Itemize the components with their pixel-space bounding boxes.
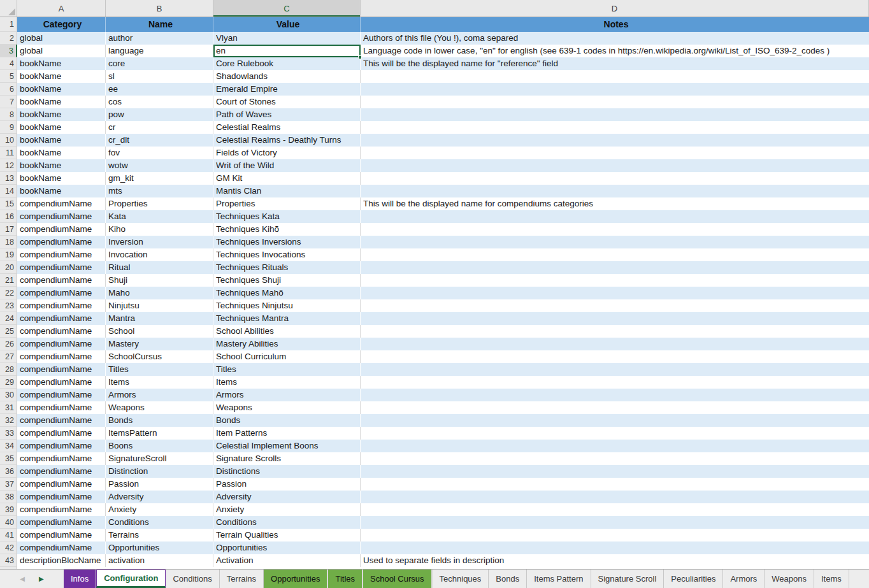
column-header-D[interactable]: D	[361, 0, 869, 17]
cell-B6[interactable]: ee	[106, 83, 213, 96]
cell-A5[interactable]: bookName	[17, 70, 106, 83]
cell-C36[interactable]: Distinctions	[213, 465, 361, 478]
row-header-22[interactable]: 22	[0, 287, 17, 299]
cell-C43[interactable]: Activation	[213, 554, 361, 567]
cell-D1[interactable]: Notes	[361, 17, 869, 32]
cell-B25[interactable]: School	[106, 325, 213, 338]
cell-A20[interactable]: compendiumName	[17, 261, 106, 274]
cell-D43[interactable]: Used to separate fields in description	[361, 554, 869, 567]
cell-B1[interactable]: Name	[106, 17, 213, 32]
cell-A7[interactable]: bookName	[17, 96, 106, 108]
cell-C15[interactable]: Properties	[213, 197, 361, 210]
cell-A28[interactable]: compendiumName	[17, 363, 106, 376]
cell-A9[interactable]: bookName	[17, 121, 106, 134]
cell-D24[interactable]	[361, 312, 869, 325]
cell-C12[interactable]: Writ of the Wild	[213, 159, 361, 172]
cell-B43[interactable]: activation	[106, 554, 213, 567]
cell-A42[interactable]: compendiumName	[17, 541, 106, 554]
row-header-4[interactable]: 4	[0, 57, 17, 70]
cell-C22[interactable]: Techniques Mahõ	[213, 287, 361, 299]
cell-C41[interactable]: Terrain Qualities	[213, 529, 361, 541]
cell-B19[interactable]: Invocation	[106, 248, 213, 261]
sheet-tab-weapons[interactable]: Weapons	[765, 570, 814, 588]
cell-A10[interactable]: bookName	[17, 134, 106, 147]
cell-D20[interactable]	[361, 261, 869, 274]
sheet-nav-right-icon[interactable]: ▶	[39, 576, 44, 582]
row-header-27[interactable]: 27	[0, 350, 17, 363]
cell-D11[interactable]	[361, 147, 869, 159]
cell-B23[interactable]: Ninjutsu	[106, 299, 213, 312]
row-header-20[interactable]: 20	[0, 261, 17, 274]
cell-A38[interactable]: compendiumName	[17, 491, 106, 503]
cell-B18[interactable]: Inversion	[106, 236, 213, 248]
cell-A35[interactable]: compendiumName	[17, 452, 106, 465]
sheet-tab-items[interactable]: Items	[814, 570, 849, 588]
cell-A6[interactable]: bookName	[17, 83, 106, 96]
cell-D17[interactable]	[361, 223, 869, 236]
cell-B27[interactable]: SchoolCursus	[106, 350, 213, 363]
cell-C4[interactable]: Core Rulebook	[213, 57, 361, 70]
cell-B21[interactable]: Shuji	[106, 274, 213, 287]
cell-C6[interactable]: Emerald Empire	[213, 83, 361, 96]
cell-C42[interactable]: Opportunities	[213, 541, 361, 554]
row-header-10[interactable]: 10	[0, 134, 17, 147]
cell-D25[interactable]	[361, 325, 869, 338]
cell-B39[interactable]: Anxiety	[106, 503, 213, 516]
cell-A41[interactable]: compendiumName	[17, 529, 106, 541]
cell-D16[interactable]	[361, 210, 869, 223]
cell-B14[interactable]: mts	[106, 185, 213, 197]
cell-B28[interactable]: Titles	[106, 363, 213, 376]
cell-D13[interactable]	[361, 172, 869, 185]
cell-A27[interactable]: compendiumName	[17, 350, 106, 363]
cell-C21[interactable]: Techniques Shuji	[213, 274, 361, 287]
sheet-tab-items-pattern[interactable]: Items Pattern	[527, 570, 591, 588]
cell-D5[interactable]	[361, 70, 869, 83]
row-header-12[interactable]: 12	[0, 159, 17, 172]
cell-B8[interactable]: pow	[106, 108, 213, 121]
cell-D22[interactable]	[361, 287, 869, 299]
cell-D7[interactable]	[361, 96, 869, 108]
cell-C39[interactable]: Anxiety	[213, 503, 361, 516]
row-header-18[interactable]: 18	[0, 236, 17, 248]
cell-B3[interactable]: language	[106, 45, 213, 57]
row-header-30[interactable]: 30	[0, 389, 17, 401]
sheet-tab-configuration[interactable]: Configuration	[96, 570, 166, 588]
cell-A40[interactable]: compendiumName	[17, 516, 106, 529]
cell-D40[interactable]	[361, 516, 869, 529]
cell-D3[interactable]: Language code in lower case, "en" for en…	[361, 45, 869, 57]
selection-fill-handle[interactable]	[358, 55, 362, 59]
row-header-1[interactable]: 1	[0, 17, 17, 32]
row-header-19[interactable]: 19	[0, 248, 17, 261]
cell-C7[interactable]: Court of Stones	[213, 96, 361, 108]
cell-C32[interactable]: Bonds	[213, 414, 361, 427]
cell-D4[interactable]: This will be the displayed name for "ref…	[361, 57, 869, 70]
row-header-23[interactable]: 23	[0, 299, 17, 312]
row-header-36[interactable]: 36	[0, 465, 17, 478]
sheet-tab-opportunities[interactable]: Opportunities	[264, 570, 328, 588]
cell-B35[interactable]: SignatureScroll	[106, 452, 213, 465]
cell-A16[interactable]: compendiumName	[17, 210, 106, 223]
row-header-38[interactable]: 38	[0, 491, 17, 503]
row-header-2[interactable]: 2	[0, 32, 17, 45]
cell-B12[interactable]: wotw	[106, 159, 213, 172]
row-header-5[interactable]: 5	[0, 70, 17, 83]
cell-C9[interactable]: Celestial Realms	[213, 121, 361, 134]
cell-C40[interactable]: Conditions	[213, 516, 361, 529]
sheet-tab-conditions[interactable]: Conditions	[166, 570, 219, 588]
cell-D19[interactable]	[361, 248, 869, 261]
cell-D29[interactable]	[361, 376, 869, 389]
cell-A34[interactable]: compendiumName	[17, 440, 106, 452]
row-header-3[interactable]: 3	[0, 45, 17, 57]
cell-D32[interactable]	[361, 414, 869, 427]
cell-C2[interactable]: Vlyan	[213, 32, 361, 45]
cell-C30[interactable]: Armors	[213, 389, 361, 401]
cell-C18[interactable]: Techniques Inversions	[213, 236, 361, 248]
cell-C20[interactable]: Techniques Rituals	[213, 261, 361, 274]
cell-C26[interactable]: Mastery Abilities	[213, 338, 361, 350]
cell-A15[interactable]: compendiumName	[17, 197, 106, 210]
cell-B17[interactable]: Kiho	[106, 223, 213, 236]
cell-C29[interactable]: Items	[213, 376, 361, 389]
cell-C8[interactable]: Path of Waves	[213, 108, 361, 121]
cell-A14[interactable]: bookName	[17, 185, 106, 197]
cell-B24[interactable]: Mantra	[106, 312, 213, 325]
